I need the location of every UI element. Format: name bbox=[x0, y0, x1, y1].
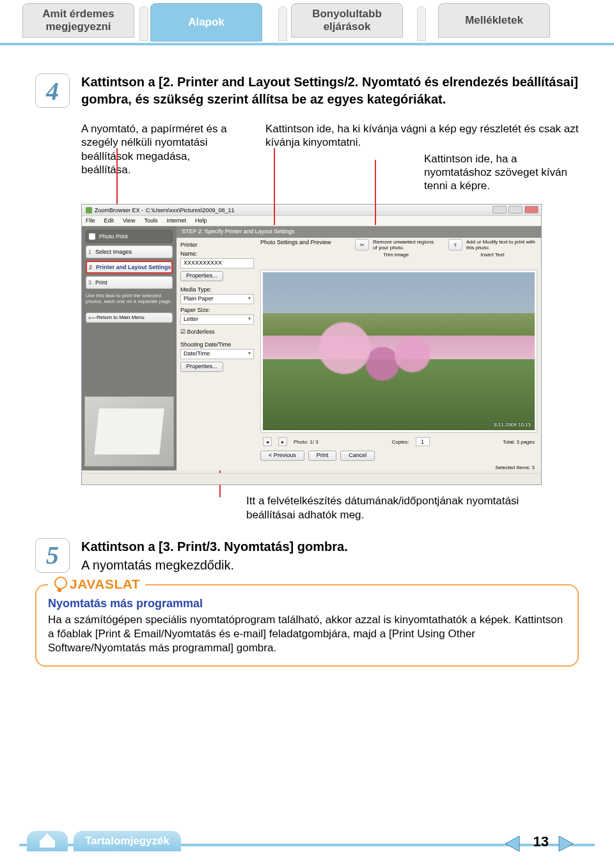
insert-text-desc: Add or Modify text to print with this ph… bbox=[466, 239, 537, 251]
sidebar-step-1[interactable]: Select Images bbox=[86, 245, 173, 258]
datetime-properties-button[interactable]: Properties... bbox=[180, 362, 223, 372]
photo-counter: Photo: 1/ 3 bbox=[294, 439, 319, 445]
datetime-select[interactable]: Date/Time bbox=[180, 349, 254, 359]
zoombrowser-window: ZoomBrowser EX - C:\Users\xxx\Pictures\2… bbox=[81, 204, 542, 485]
media-type-label: Media Type: bbox=[180, 286, 254, 293]
settings-column: Printer Name: XXXXXXXXXX Properties... M… bbox=[180, 239, 254, 470]
tip-heading-label: JAVASLAT bbox=[70, 577, 140, 592]
preview-pager: ◂ ▸ Photo: 1/ 3 Copies: 1 Total: 3 pages bbox=[260, 435, 537, 449]
copies-label: Copies: bbox=[391, 439, 409, 445]
menu-bar: File Edit View Tools Internet Help bbox=[82, 216, 541, 226]
page-number: 13 bbox=[533, 833, 549, 850]
tip-heading: JAVASLAT bbox=[48, 577, 145, 592]
sidebar-note: Use this task to print the selected phot… bbox=[86, 293, 173, 304]
printer-section-label: Printer bbox=[180, 242, 254, 248]
wizard-main: STEP 2: Specify Printer and Layout Setti… bbox=[177, 226, 541, 470]
menu-view[interactable]: View bbox=[123, 217, 135, 224]
sidebar-step-2-label: Printer and Layout Settings bbox=[96, 264, 171, 270]
page-footer: Tartalomjegyzék 13 bbox=[19, 825, 595, 853]
copies-input[interactable]: 1 bbox=[416, 437, 430, 446]
sidebar-step-3-label: Print bbox=[95, 279, 107, 286]
lightbulb-icon bbox=[53, 577, 66, 592]
print-button[interactable]: Print bbox=[308, 451, 337, 461]
crop-icon: ✂ bbox=[355, 239, 369, 251]
sidebar-step-1-label: Select Images bbox=[95, 249, 132, 255]
tab-underline bbox=[0, 43, 614, 45]
paper-size-label: Paper Size: bbox=[180, 307, 254, 313]
prev-page-button[interactable] bbox=[501, 835, 523, 853]
svg-marker-0 bbox=[505, 836, 519, 851]
callout-line bbox=[116, 148, 118, 205]
step-4: 4 Kattintson a [2. Printer and Layout Se… bbox=[35, 74, 579, 522]
sidebar-step-2[interactable]: Printer and Layout Settings bbox=[86, 261, 173, 274]
svg-marker-1 bbox=[559, 836, 573, 851]
arrow-right-icon bbox=[556, 835, 576, 853]
window-title-path: C:\Users\xxx\Pictures\2009_08_11 bbox=[146, 207, 235, 213]
borderless-checkbox[interactable]: Borderless bbox=[180, 329, 254, 335]
step-number: 5 bbox=[35, 538, 70, 573]
page-content: 4 Kattintson a [2. Printer and Layout Se… bbox=[35, 64, 579, 667]
photo-preview: 8.11.2009 10:13 bbox=[260, 270, 537, 433]
menu-edit[interactable]: Edit bbox=[104, 217, 114, 224]
total-pages: Total: 3 pages bbox=[503, 439, 535, 445]
tab-divider bbox=[139, 6, 148, 41]
text-icon: T bbox=[448, 239, 462, 251]
callout-insert-text: Kattintson ide, ha a nyomtatáshoz szöveg… bbox=[424, 152, 579, 193]
window-controls bbox=[492, 206, 539, 213]
sidebar-illustration bbox=[84, 396, 174, 467]
screenshot-caption: Itt a felvételkészítés dátumának/időpont… bbox=[246, 494, 528, 522]
menu-tools[interactable]: Tools bbox=[144, 217, 157, 224]
media-type-select[interactable]: Plain Paper bbox=[180, 294, 254, 304]
preview-header-label: Photo Settings and Preview bbox=[260, 239, 343, 245]
insert-text-tool[interactable]: T Add or Modify text to print with this … bbox=[448, 239, 537, 258]
menu-file[interactable]: File bbox=[86, 217, 95, 224]
tab-appendices[interactable]: Mellékletek bbox=[438, 3, 550, 38]
callout-trim: Kattintson ide, ha ki kívánja vágni a ké… bbox=[265, 122, 579, 150]
name-label: Name: bbox=[180, 251, 254, 257]
tip-box: JAVASLAT Nyomtatás más programmal Ha a s… bbox=[35, 584, 579, 667]
paper-size-select[interactable]: Letter bbox=[180, 314, 254, 325]
print-icon bbox=[89, 233, 95, 240]
tab-divider bbox=[417, 6, 426, 41]
tip-subtitle: Nyomtatás más programmal bbox=[48, 597, 566, 610]
step-5-sub: A nyomtatás megkezdődik. bbox=[81, 558, 348, 573]
close-button[interactable] bbox=[524, 206, 539, 213]
step-header: STEP 2: Specify Printer and Layout Setti… bbox=[177, 226, 541, 238]
preview-column: Photo Settings and Preview ✂ Remove unwa… bbox=[260, 239, 537, 470]
tab-worth-remembering[interactable]: Amit érdemes megjegyezni bbox=[22, 3, 134, 38]
wizard-sidebar: Photo Print Select Images Printer and La… bbox=[82, 226, 177, 470]
status-bar bbox=[82, 473, 541, 484]
step-4-title: Kattintson a [2. Printer and Layout Sett… bbox=[81, 75, 578, 106]
toc-button[interactable]: Tartalomjegyzék bbox=[74, 831, 181, 851]
previous-button[interactable]: < Previous bbox=[260, 451, 304, 461]
menu-help[interactable]: Help bbox=[195, 217, 207, 224]
step-5: 5 Kattintson a [3. Print/3. Nyomtatás] g… bbox=[35, 538, 579, 573]
properties-button[interactable]: Properties... bbox=[180, 271, 223, 281]
prev-photo-button[interactable]: ◂ bbox=[263, 437, 272, 446]
tab-advanced[interactable]: Bonyolultabb eljárások bbox=[291, 3, 403, 38]
printer-name-field[interactable]: XXXXXXXXXX bbox=[180, 258, 254, 268]
sidebar-step-3[interactable]: Print bbox=[86, 276, 173, 289]
menu-internet[interactable]: Internet bbox=[166, 217, 186, 224]
tab-basics[interactable]: Alapok bbox=[150, 3, 262, 42]
minimize-button[interactable] bbox=[492, 206, 507, 213]
wizard-buttons: < Previous Print Cancel bbox=[260, 450, 537, 461]
trim-image-tool[interactable]: ✂ Remove unwanted regions of your photo.… bbox=[355, 239, 437, 258]
sidebar-header-label: Photo Print bbox=[99, 233, 128, 240]
next-page-button[interactable] bbox=[555, 835, 577, 853]
photo-timestamp: 8.11.2009 10:13 bbox=[494, 422, 531, 428]
callout-line bbox=[274, 148, 275, 225]
tip-body: Ha a számítógépen speciális nyomtatóprog… bbox=[48, 613, 566, 655]
home-button[interactable] bbox=[27, 831, 68, 851]
window-title-app: ZoomBrowser EX - bbox=[95, 207, 143, 213]
maximize-button[interactable] bbox=[508, 206, 523, 213]
step-5-title: Kattintson a [3. Print/3. Nyomtatás] gom… bbox=[81, 539, 348, 554]
next-photo-button[interactable]: ▸ bbox=[278, 437, 287, 446]
top-tabs: Amit érdemes megjegyezni Alapok Bonyolul… bbox=[22, 3, 611, 43]
return-main-menu-button[interactable]: Return to Main Menu bbox=[86, 313, 173, 323]
home-icon bbox=[40, 835, 55, 848]
trim-label: Trim Image bbox=[383, 252, 409, 258]
callout-printer-settings: A nyomtató, a papírméret és a szegély né… bbox=[81, 122, 241, 176]
cancel-button[interactable]: Cancel bbox=[340, 451, 375, 461]
arrow-left-icon bbox=[503, 835, 522, 853]
